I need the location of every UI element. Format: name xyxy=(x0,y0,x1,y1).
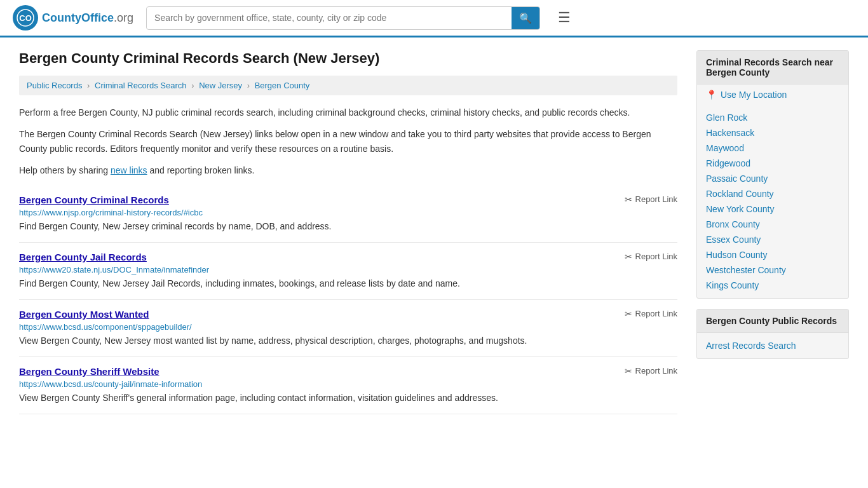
report-link-2[interactable]: ✂ Report Link xyxy=(625,309,677,319)
sidebar-item-criminal-6: New York County xyxy=(697,201,848,217)
record-desc-1: Find Bergen County, New Jersey Jail Reco… xyxy=(19,277,677,290)
record-url-2: https://www.bcsd.us/component/sppagebuil… xyxy=(19,322,677,332)
sidebar-link-criminal-1[interactable]: Hackensack xyxy=(706,128,754,138)
record-title-1[interactable]: Bergen County Jail Records xyxy=(19,252,147,262)
menu-button[interactable]: ☰ xyxy=(553,7,576,29)
sidebar-item-criminal-9: Hudson County xyxy=(697,247,848,262)
breadcrumb-public-records[interactable]: Public Records xyxy=(27,81,82,90)
sidebar-item-criminal-3: Ridgewood xyxy=(697,156,848,171)
sidebar-link-criminal-2[interactable]: Maywood xyxy=(706,143,744,153)
sidebar-item-criminal-4: Passaic County xyxy=(697,171,848,186)
breadcrumb: Public Records › Criminal Records Search… xyxy=(19,76,677,95)
sidebar-item-criminal-5: Rockland County xyxy=(697,186,848,201)
record-url-3: https://www.bcsd.us/county-jail/inmate-i… xyxy=(19,379,677,389)
sidebar-link-criminal-5[interactable]: Rockland County xyxy=(706,189,774,199)
description-p2: The Bergen County Criminal Records Searc… xyxy=(19,127,677,156)
sidebar-link-criminal-4[interactable]: Passaic County xyxy=(706,173,768,184)
svg-text:CO: CO xyxy=(19,13,32,23)
sidebar-item-criminal-7: Bronx County xyxy=(697,217,848,232)
record-title-3[interactable]: Bergen County Sheriff Website xyxy=(19,366,159,377)
record-desc-2: View Bergen County, New Jersey most want… xyxy=(19,334,677,348)
record-item: Bergen County Jail Records ✂ Report Link… xyxy=(19,243,677,300)
scissors-icon: ✂ xyxy=(625,366,632,376)
scissors-icon: ✂ xyxy=(625,309,632,319)
location-icon: 📍 xyxy=(706,90,717,100)
sidebar-link-pr-0[interactable]: Arrest Records Search xyxy=(706,341,796,351)
record-title-0[interactable]: Bergen County Criminal Records xyxy=(19,194,169,205)
scissors-icon: ✂ xyxy=(625,194,632,205)
sidebar-item-criminal-8: Essex County xyxy=(697,232,848,247)
sidebar-link-criminal-0[interactable]: Glen Rock xyxy=(706,112,747,123)
site-header: CO CountyOffice.org 🔍 ☰ xyxy=(0,0,868,37)
breadcrumb-new-jersey[interactable]: New Jersey xyxy=(199,81,242,90)
sidebar-link-criminal-3[interactable]: Ridgewood xyxy=(706,158,750,168)
sidebar-link-criminal-7[interactable]: Bronx County xyxy=(706,219,760,229)
breadcrumb-bergen-county[interactable]: Bergen County xyxy=(255,81,310,90)
records-list: Bergen County Criminal Records ✂ Report … xyxy=(19,186,677,414)
search-input[interactable] xyxy=(147,8,512,28)
sidebar-link-criminal-11[interactable]: Kings County xyxy=(706,280,759,290)
record-desc-3: View Bergen County Sheriff's general inf… xyxy=(19,391,677,405)
sidebar: Criminal Records Search near Bergen Coun… xyxy=(696,50,849,414)
record-url-1: https://www20.state.nj.us/DOC_Inmate/inm… xyxy=(19,265,677,274)
report-link-0[interactable]: ✂ Report Link xyxy=(625,194,677,205)
site-logo[interactable]: CO CountyOffice.org xyxy=(13,5,133,30)
sidebar-item-criminal-11: Kings County xyxy=(697,278,848,293)
description: Perform a free Bergen County, NJ public … xyxy=(19,105,677,178)
use-location-label: Use My Location xyxy=(721,90,787,100)
sidebar-item-pr-0: Arrest Records Search xyxy=(697,338,848,353)
sidebar-item-criminal-1: Hackensack xyxy=(697,125,848,140)
public-records-title: Bergen County Public Records xyxy=(697,309,848,333)
report-link-1[interactable]: ✂ Report Link xyxy=(625,252,677,262)
breadcrumb-criminal-records-search[interactable]: Criminal Records Search xyxy=(95,81,187,90)
content-area: Bergen County Criminal Records Search (N… xyxy=(19,50,677,414)
record-header-2: Bergen County Most Wanted ✂ Report Link xyxy=(19,309,677,320)
use-location[interactable]: 📍 Use My Location xyxy=(697,85,848,105)
record-header-3: Bergen County Sheriff Website ✂ Report L… xyxy=(19,366,677,377)
record-item: Bergen County Most Wanted ✂ Report Link … xyxy=(19,300,677,357)
record-title-2[interactable]: Bergen County Most Wanted xyxy=(19,309,149,320)
record-item: Bergen County Sheriff Website ✂ Report L… xyxy=(19,357,677,414)
description-p1: Perform a free Bergen County, NJ public … xyxy=(19,105,677,119)
public-records-links-list: Arrest Records Search xyxy=(697,333,848,358)
sidebar-link-criminal-9[interactable]: Hudson County xyxy=(706,250,768,260)
record-url-0: https://www.njsp.org/criminal-history-re… xyxy=(19,208,677,217)
record-header-0: Bergen County Criminal Records ✂ Report … xyxy=(19,194,677,205)
main-container: Bergen County Criminal Records Search (N… xyxy=(0,37,868,427)
logo-text: CountyOffice.org xyxy=(42,11,133,25)
criminal-section-title: Criminal Records Search near Bergen Coun… xyxy=(697,51,848,85)
sidebar-link-criminal-8[interactable]: Essex County xyxy=(706,234,761,245)
sidebar-link-criminal-10[interactable]: Westchester County xyxy=(706,265,786,275)
logo-icon: CO xyxy=(13,5,38,30)
search-button[interactable]: 🔍 xyxy=(512,7,539,29)
sidebar-item-criminal-2: Maywood xyxy=(697,140,848,156)
page-title: Bergen County Criminal Records Search (N… xyxy=(19,50,677,67)
new-links-link[interactable]: new links xyxy=(111,165,147,175)
criminal-links-list: Glen RockHackensackMaywoodRidgewoodPassa… xyxy=(697,105,848,298)
criminal-section: Criminal Records Search near Bergen Coun… xyxy=(696,50,849,299)
public-records-section: Bergen County Public Records Arrest Reco… xyxy=(696,309,849,359)
search-bar: 🔍 xyxy=(146,6,540,30)
sidebar-item-criminal-10: Westchester County xyxy=(697,262,848,278)
description-p3: Help others by sharing new links and rep… xyxy=(19,163,677,177)
scissors-icon: ✂ xyxy=(625,252,632,262)
record-desc-0: Find Bergen County, New Jersey criminal … xyxy=(19,220,677,233)
record-item: Bergen County Criminal Records ✂ Report … xyxy=(19,186,677,243)
report-link-3[interactable]: ✂ Report Link xyxy=(625,366,677,376)
record-header-1: Bergen County Jail Records ✂ Report Link xyxy=(19,252,677,262)
sidebar-link-criminal-6[interactable]: New York County xyxy=(706,204,774,214)
sidebar-item-criminal-0: Glen Rock xyxy=(697,110,848,125)
